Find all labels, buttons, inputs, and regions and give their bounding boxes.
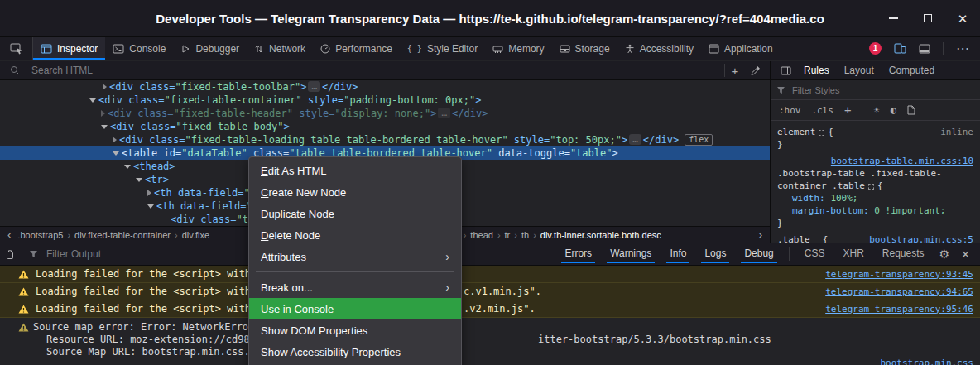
collapse-arrow-icon[interactable] — [101, 125, 108, 129]
menu-item-use-in-console[interactable]: Use in Console — [249, 298, 461, 319]
page-icon[interactable] — [907, 105, 915, 115]
pseudo-class-toggle[interactable]: :hov — [779, 105, 801, 116]
menu-item-show-accessibility-properties[interactable]: Show Accessibility Properties — [249, 341, 461, 363]
tab-memory[interactable]: Memory — [485, 37, 551, 60]
breadcrumb-item[interactable]: tr — [502, 229, 513, 241]
ellipsis-pill[interactable]: … — [308, 81, 320, 92]
menu-item-duplicate-node[interactable]: Duplicate Node — [249, 203, 461, 224]
close-button[interactable]: ✕ — [955, 11, 970, 26]
markup-row[interactable]: <div class="fixed-table-loading table ta… — [0, 133, 770, 146]
menu-item-delete-node[interactable]: Delete Node — [249, 224, 461, 246]
create-node-button[interactable]: + — [725, 61, 745, 79]
collapse-arrow-icon[interactable] — [113, 151, 119, 156]
menu-item-attributes[interactable]: Attributes› — [249, 246, 461, 267]
ellipsis-pill[interactable]: … — [438, 108, 450, 118]
console-warning-row[interactable]: Loading failed for the <script> with so … — [0, 266, 980, 283]
console-source-link[interactable]: telegram-transparency:95:46 — [825, 304, 980, 315]
tab-computed[interactable]: Computed — [882, 63, 941, 78]
collapse-arrow-icon[interactable] — [124, 165, 131, 169]
filter-requests-button[interactable]: Requests — [879, 245, 928, 263]
node-picker-button[interactable] — [0, 37, 33, 60]
console-warning-row[interactable]: Loading failed for the <script> with so … — [0, 300, 980, 318]
console-settings-gear-icon[interactable]: ⚙ — [939, 247, 950, 261]
css-declaration[interactable]: margin-bottom: 0 !important; — [777, 204, 973, 217]
responsive-design-mode-button[interactable] — [894, 43, 906, 54]
rule-element[interactable]: inline element{ — [777, 126, 973, 138]
markup-row[interactable]: <div class="fixed-table-container" style… — [0, 94, 770, 107]
network-icon — [254, 44, 264, 54]
maximize-button[interactable] — [920, 11, 935, 26]
filter-output-input[interactable] — [45, 247, 243, 261]
stylesheet-link[interactable]: bootstrap-table.min.css:10 — [831, 156, 973, 166]
console-sourcemap-error[interactable]: Source map error: Error: NetworkError w … — [0, 318, 980, 358]
tab-style-editor[interactable]: Style Editor — [400, 37, 485, 60]
breadcrumb-separator-icon: › — [531, 230, 538, 240]
breadcrumb-item[interactable]: thead — [468, 229, 496, 241]
expand-arrow-icon[interactable] — [101, 110, 105, 117]
console-warning-row[interactable]: Loading failed for the <script> with so … — [0, 283, 980, 300]
breadcrumb-item[interactable]: div.fixed-table-container — [72, 229, 173, 241]
menu-item-show-dom-properties[interactable]: Show DOM Properties — [249, 319, 461, 341]
ellipsis-pill[interactable]: … — [629, 134, 641, 145]
stylesheet-link[interactable]: bootstrap.min.css:5 — [869, 233, 973, 243]
collapse-arrow-icon[interactable] — [136, 178, 142, 182]
filter-xhr-button[interactable]: XHR — [839, 245, 867, 263]
flex-badge[interactable]: flex — [685, 134, 713, 146]
filter-styles-input[interactable] — [790, 84, 974, 96]
minimize-button[interactable] — [886, 11, 901, 26]
highlight-target-icon[interactable] — [868, 184, 874, 190]
tab-inspector[interactable]: Inspector — [33, 37, 105, 60]
markup-row[interactable]: <div class="fixed-table-header" style="d… — [0, 107, 770, 120]
sidebar-toggle-icon[interactable] — [776, 61, 795, 79]
markup-row[interactable]: <div class="fixed-table-toolbar">…</div> — [0, 80, 770, 94]
breadcrumb-item[interactable]: .bootstrap5 — [15, 229, 65, 241]
error-count-badge[interactable]: 1 — [869, 42, 882, 55]
menu-item-break-on[interactable]: Break on...› — [249, 276, 461, 298]
print-simulation-icon[interactable]: ☀ — [873, 104, 879, 116]
tab-console[interactable]: Console — [105, 37, 173, 60]
tab-network[interactable]: Network — [247, 37, 313, 60]
filter-info-button[interactable]: Info — [666, 245, 689, 263]
console-source-link[interactable]: telegram-transparency:93:45 — [825, 269, 980, 280]
collapse-arrow-icon[interactable] — [89, 98, 96, 103]
tab-layout[interactable]: Layout — [838, 63, 881, 78]
console-source-link-partial[interactable]: bootstrap.min.css — [880, 358, 973, 365]
filter-css-button[interactable]: CSS — [801, 245, 829, 263]
filter-errors-button[interactable]: Errors — [561, 245, 595, 263]
menu-item-edit-as-html[interactable]: Edit As HTML — [249, 160, 461, 181]
meatball-menu-button[interactable]: ⋯ — [956, 41, 970, 56]
color-scheme-simulation-icon[interactable]: ◐ — [891, 104, 896, 116]
tab-accessibility[interactable]: Accessibility — [617, 37, 701, 60]
class-toggle[interactable]: .cls — [812, 105, 834, 116]
expand-arrow-icon[interactable] — [113, 137, 117, 143]
console-source-link[interactable]: telegram-transparency:94:65 — [825, 286, 980, 297]
rule-table[interactable]: bootstrap.min.css:5 .table{ — [777, 233, 973, 243]
expand-arrow-icon[interactable] — [103, 84, 107, 90]
markup-row[interactable]: <div class="fixed-table-body"> — [0, 120, 770, 133]
tab-debugger[interactable]: Debugger — [173, 37, 247, 60]
breadcrumb-scroll-left-icon[interactable]: ‹ — [3, 228, 15, 241]
menu-item-create-new-node[interactable]: Create New Node — [249, 181, 461, 203]
expand-arrow-icon[interactable] — [147, 190, 151, 196]
tab-storage[interactable]: Storage — [552, 37, 617, 60]
tab-application[interactable]: Application — [701, 37, 781, 60]
filter-debug-button[interactable]: Debug — [741, 245, 776, 263]
clear-console-button[interactable] — [5, 249, 15, 260]
tab-performance[interactable]: Performance — [313, 37, 400, 60]
collapse-arrow-icon[interactable] — [147, 204, 154, 209]
highlight-target-icon[interactable] — [819, 130, 824, 136]
breadcrumb-scroll-right-icon[interactable]: › — [755, 228, 766, 241]
tab-rules[interactable]: Rules — [797, 63, 836, 78]
close-split-console-icon[interactable]: ✕ — [961, 248, 970, 261]
search-html-input[interactable] — [30, 64, 724, 77]
tag-close-bracket: > — [284, 121, 290, 132]
breadcrumb-item[interactable]: th — [519, 229, 531, 241]
filter-logs-button[interactable]: Logs — [701, 245, 729, 263]
filter-warnings-button[interactable]: Warnings — [607, 245, 655, 263]
css-declaration[interactable]: width: 100%; — [777, 192, 973, 204]
breadcrumb-item[interactable]: div.fixe — [180, 229, 212, 241]
eyedropper-button[interactable] — [745, 61, 765, 79]
add-rule-button[interactable]: + — [844, 103, 851, 117]
breadcrumb-item-current[interactable]: div.th-inner.sortable.both.desc — [538, 229, 664, 241]
dock-options-button[interactable] — [919, 44, 930, 54]
